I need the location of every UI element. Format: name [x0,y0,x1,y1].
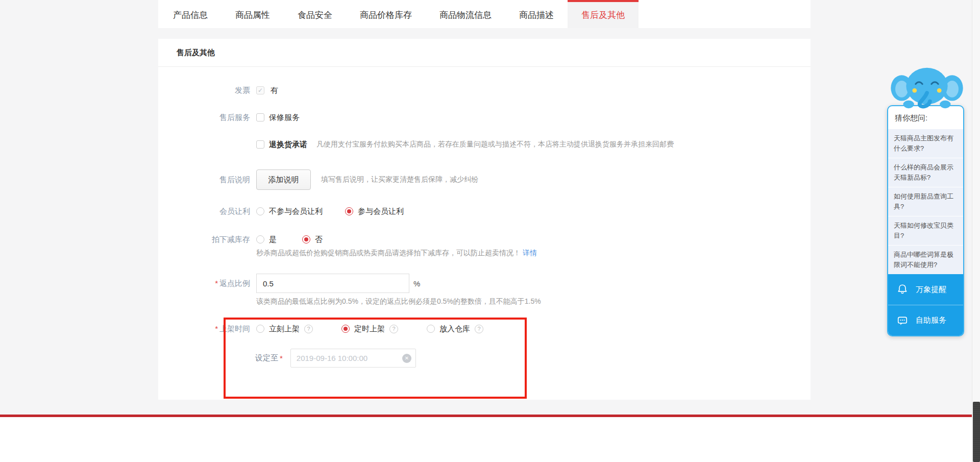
page: 产品信息 商品属性 食品安全 商品价格库存 商品物流信息 商品描述 售后及其他 … [0,0,980,462]
member-discount-yes-label: 参与会员让利 [358,207,404,216]
stock-deduct-no-radio[interactable] [302,235,310,244]
stock-deduct-row: 拍下减库存 是 否 [158,233,811,246]
check-icon: ✓ [258,87,263,94]
return-promise-desc: 凡使用支付宝服务付款购买本店商品，若存在质量问题或与描述不符，本店将主动提供退换… [316,140,674,149]
warranty-checkbox[interactable] [256,113,264,121]
aftersales-note-label: 售后说明 [158,175,250,185]
help-widget-footer: 万象提醒 自助服务 [888,274,963,335]
tab-food-safety[interactable]: 食品安全 [284,0,346,28]
stock-deduct-no-label: 否 [315,235,323,245]
launch-time-label: *上架时间 [158,324,250,334]
tab-aftersales-other[interactable]: 售后及其他 [568,0,639,28]
member-discount-no-label: 不参与会员让利 [269,207,323,216]
chat-icon [897,315,908,326]
invoice-checkbox[interactable]: ✓ [256,86,264,94]
rebate-label: *返点比例 [158,279,250,288]
footer-zone: 提交 头条 @山治说电商 [0,417,980,462]
vertical-scrollbar [972,0,980,462]
member-discount-yes-radio[interactable] [345,207,353,215]
member-discount-no-radio[interactable] [256,207,264,215]
launch-time-row: *上架时间 立刻上架 ? 定时上架 ? 放入仓库 ? [158,323,811,335]
tab-item-attributes[interactable]: 商品属性 [222,0,284,28]
rebate-hint-row: 该类商品的最低返点比例为0.5%，设定的返点比例必须是0.5%的整数倍，且不能高… [158,297,811,307]
elephant-mascot-icon [889,63,965,110]
member-discount-label: 会员让利 [158,207,250,216]
tab-logistics-info[interactable]: 商品物流信息 [426,0,505,28]
help-question-item[interactable]: 商品中哪些词算是极限词不能使用? [888,245,963,274]
tab-product-info[interactable]: 产品信息 [159,0,222,28]
help-icon[interactable]: ? [475,325,483,333]
tab-item-description[interactable]: 商品描述 [505,0,568,28]
rebate-row: *返点比例 % [158,274,811,293]
self-service-button[interactable]: 自助服务 [888,305,963,335]
invoice-label: 发票 [158,86,250,95]
launch-immediately-label: 立刻上架 [269,324,300,334]
schedule-row: 设定至 * ✕ [158,349,811,368]
help-question-item[interactable]: 什么样的商品会展示天猫新品标? [888,158,963,187]
invoice-value: 有 [271,86,278,95]
rebate-hint: 该类商品的最低返点比例为0.5%，设定的返点比例必须是0.5%的整数倍，且不能高… [256,297,541,306]
return-promise-row: 退换货承诺 凡使用支付宝服务付款购买本店商品，若存在质量问题或与描述不符，本店将… [158,138,811,151]
return-promise-title: 退换货承诺 [269,140,307,150]
wanxiang-reminder-button[interactable]: 万象提醒 [888,274,963,305]
member-discount-row: 会员让利 不参与会员让利 参与会员让利 [158,205,811,217]
section-header: 售后及其他 [158,39,811,67]
scrollbar-thumb[interactable] [973,402,980,462]
invoice-row: 发票 ✓ 有 [158,84,811,96]
tab-price-stock[interactable]: 商品价格库存 [346,0,426,28]
stock-deduct-label: 拍下减库存 [158,235,250,245]
launch-warehouse-radio[interactable] [427,325,435,333]
required-mark: * [215,324,218,333]
stock-deduct-yes-label: 是 [269,235,277,245]
clear-icon[interactable]: ✕ [402,354,411,363]
aftersales-service-label: 售后服务 [158,113,250,123]
launch-scheduled-radio[interactable] [341,325,350,333]
stock-deduct-hint-row: 秒杀商品或超低价抢购促销商品或热卖商品请选择拍下减库存，可以防止超卖情况！ 详情 [158,248,811,258]
help-widget-panel: 猜你想问: 天猫商品主图发布有什么要求? 什么样的商品会展示天猫新品标? 如何使… [887,105,964,336]
wanxiang-reminder-label: 万象提醒 [916,285,946,295]
self-service-label: 自助服务 [916,315,946,325]
aftersales-note-row: 售后说明 添加说明 填写售后说明，让买家更清楚售后保障，减少纠纷 [158,169,811,190]
warranty-label: 保修服务 [269,113,300,123]
rebate-unit: % [413,279,420,288]
required-mark: * [280,354,283,362]
launch-immediately-radio[interactable] [256,325,264,333]
schedule-datetime-input[interactable] [290,349,416,368]
help-icon[interactable]: ? [389,325,398,333]
schedule-label: 设定至 [255,353,278,363]
required-mark: * [215,279,218,287]
rebate-input[interactable] [256,274,409,293]
launch-scheduled-label: 定时上架 [354,324,385,334]
add-note-button[interactable]: 添加说明 [256,169,311,190]
bell-icon [897,284,908,295]
launch-warehouse-label: 放入仓库 [439,324,470,334]
help-icon[interactable]: ? [304,325,313,333]
aftersales-section-card: 售后及其他 发票 ✓ 有 售后服务 保修服务 退换货承诺 凡使用支付宝服务付款购 [158,39,811,400]
aftersales-service-row: 售后服务 保修服务 [158,111,811,124]
help-question-item[interactable]: 如何使用新品查询工具? [888,187,963,216]
stock-deduct-yes-radio[interactable] [256,235,264,244]
aftersales-note-hint: 填写售后说明，让买家更清楚售后保障，减少纠纷 [321,175,478,184]
help-question-item[interactable]: 天猫如何修改宝贝类目? [888,216,963,245]
product-edit-tabbar: 产品信息 商品属性 食品安全 商品价格库存 商品物流信息 商品描述 售后及其他 [158,0,811,28]
help-question-item[interactable]: 天猫商品主图发布有什么要求? [888,129,963,158]
section-title: 售后及其他 [177,48,215,58]
stock-deduct-hint: 秒杀商品或超低价抢购促销商品或热卖商品请选择拍下减库存，可以防止超卖情况！ [256,249,521,258]
return-promise-checkbox[interactable] [256,140,264,149]
stock-deduct-detail-link[interactable]: 详情 [523,249,537,258]
